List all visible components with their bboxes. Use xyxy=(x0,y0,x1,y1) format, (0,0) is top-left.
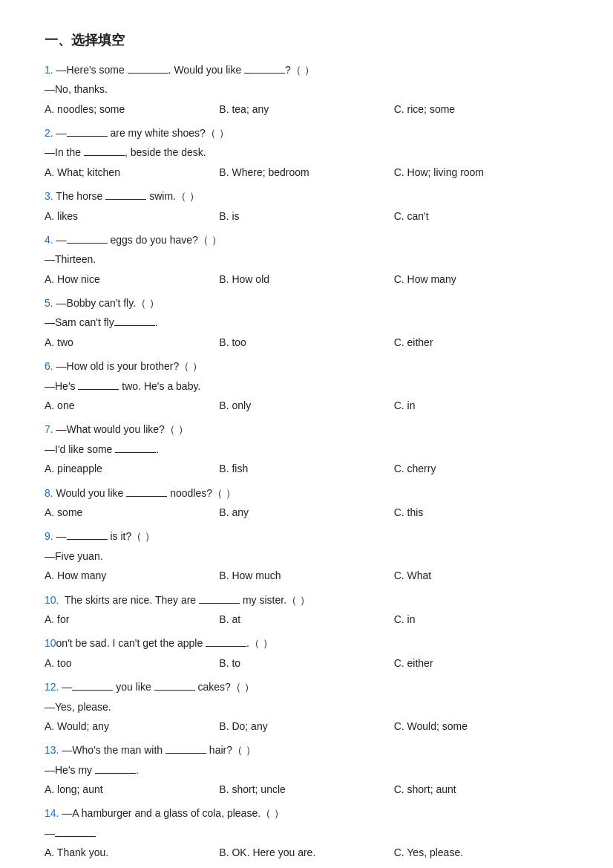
q10n-line1: on't be sad. I can't get the apple .（ ） xyxy=(56,637,273,649)
q10n-optA: A. too xyxy=(45,655,219,671)
q6-line1: —How old is your brother?（ ） xyxy=(56,360,203,372)
question-10: 10. The skirts are nice. They are my sis… xyxy=(45,592,568,628)
q1-optC: C. rice; some xyxy=(394,101,568,117)
q2-optC: C. How; living room xyxy=(394,164,568,180)
question-5: 5. —Bobby can't fly.（ ） —Sam can't fly. … xyxy=(45,295,568,350)
q13-line2: —He's my . xyxy=(45,762,568,778)
section-title: 一、选择填空 xyxy=(45,30,568,51)
q13-optC: C. short; aunt xyxy=(394,781,568,797)
q6-line2: —He's two. He's a baby. xyxy=(45,378,568,394)
q3-options: A. likes B. is C. can't xyxy=(45,208,568,224)
q1-line1: —Here's some . Would you like ?（ ） xyxy=(56,64,315,76)
question-7: 7. —What would you like?（ ） —I'd like so… xyxy=(45,421,568,477)
question-9: 9. — is it?（ ） —Five yuan. A. How many B… xyxy=(45,528,568,584)
q9-line1: — is it?（ ） xyxy=(56,530,156,542)
q4-optC: C. How many xyxy=(394,271,568,287)
q8-line1: Would you like noodles?（ ） xyxy=(56,487,236,499)
q13-optA: A. long; aunt xyxy=(45,781,219,797)
question-10n: 10on't be sad. I can't get the apple .（ … xyxy=(45,635,568,671)
q14-options: A. Thank you. B. OK. Here you are. C. Ye… xyxy=(45,844,568,861)
q6-optB: B. only xyxy=(219,397,393,414)
q9-options: A. How many B. How much C. What xyxy=(45,567,568,584)
q2-line2: —In the , beside the desk. xyxy=(45,144,568,160)
q7-optA: A. pineapple xyxy=(45,460,219,477)
q9-optA: A. How many xyxy=(45,567,219,584)
question-3: 3. The horse swim.（ ） A. likes B. is C. … xyxy=(45,188,568,224)
q7-optC: C. cherry xyxy=(394,460,568,477)
q5-options: A. two B. too C. either xyxy=(45,334,568,350)
q13-line1: —Who's the man with hair?（ ） xyxy=(62,744,256,756)
q5-optA: A. two xyxy=(45,334,219,350)
q10n-number: 10 xyxy=(45,637,56,649)
q10n-options: A. too B. to C. either xyxy=(45,655,568,671)
q7-line1: —What would you like?（ ） xyxy=(56,423,189,435)
q2-optA: A. What; kitchen xyxy=(45,164,219,180)
q13-number: 13. xyxy=(45,744,59,756)
q2-optB: B. Where; bedroom xyxy=(219,164,393,180)
question-12: 12. — you like cakes?（ ） —Yes, please. A… xyxy=(45,679,568,734)
question-1: 1. —Here's some . Would you like ?（ ） —N… xyxy=(45,62,568,117)
q9-optC: C. What xyxy=(394,567,568,584)
q5-number: 5. xyxy=(45,297,53,309)
q14-optB: B. OK. Here you are. xyxy=(219,844,393,861)
q14-optA: A. Thank you. xyxy=(45,844,219,861)
q8-options: A. some B. any C. this xyxy=(45,504,568,521)
q4-optA: A. How nice xyxy=(45,271,219,287)
q4-line1: — eggs do you have?（ ） xyxy=(56,234,222,246)
q8-optA: A. some xyxy=(45,504,219,521)
q7-number: 7. xyxy=(45,423,53,435)
q9-line2: —Five yuan. xyxy=(45,548,568,564)
q2-options: A. What; kitchen B. Where; bedroom C. Ho… xyxy=(45,164,568,180)
question-6: 6. —How old is your brother?（ ） —He's tw… xyxy=(45,358,568,414)
q1-options: A. noodles; some B. tea; any C. rice; so… xyxy=(45,101,568,117)
q13-options: A. long; aunt B. short; uncle C. short; … xyxy=(45,781,568,797)
q3-optB: B. is xyxy=(219,208,393,224)
q6-optC: C. in xyxy=(394,397,568,414)
q8-number: 8. xyxy=(45,487,53,499)
q14-number: 14. xyxy=(45,807,59,819)
q5-optC: C. either xyxy=(394,334,568,350)
q4-optB: B. How old xyxy=(219,271,393,287)
q4-number: 4. xyxy=(45,234,53,246)
q7-options: A. pineapple B. fish C. cherry xyxy=(45,460,568,477)
question-4: 4. — eggs do you have?（ ） —Thirteen. A. … xyxy=(45,232,568,287)
q12-line1: — you like cakes?（ ） xyxy=(62,681,254,693)
question-13: 13. —Who's the man with hair?（ ） —He's m… xyxy=(45,742,568,797)
q5-line2: —Sam can't fly. xyxy=(45,314,568,330)
q10-optC: C. in xyxy=(394,611,568,627)
q14-line1: —A hamburger and a glass of cola, please… xyxy=(62,807,284,819)
q4-line2: —Thirteen. xyxy=(45,251,568,267)
question-2: 2. — are my white shoes?（ ） —In the , be… xyxy=(45,125,568,180)
q4-options: A. How nice B. How old C. How many xyxy=(45,271,568,287)
q10n-optB: B. to xyxy=(219,655,393,671)
q3-optA: A. likes xyxy=(45,208,219,224)
q9-number: 9. xyxy=(45,530,53,542)
q10-line1: The skirts are nice. They are my sister.… xyxy=(62,594,310,606)
q1-number: 1. xyxy=(45,64,53,76)
q1-optA: A. noodles; some xyxy=(45,101,219,117)
q7-line2: —I'd like some . xyxy=(45,441,568,457)
q2-line1: — are my white shoes?（ ） xyxy=(56,127,229,139)
q2-number: 2. xyxy=(45,127,53,139)
q10-options: A. for B. at C. in xyxy=(45,611,568,627)
q10-number: 10. xyxy=(45,594,59,606)
q12-options: A. Would; any B. Do; any C. Would; some xyxy=(45,718,568,734)
q14-optC: C. Yes, please. xyxy=(394,844,568,861)
q1-line2: —No, thanks. xyxy=(45,81,568,97)
q10-optA: A. for xyxy=(45,611,219,627)
q12-optA: A. Would; any xyxy=(45,718,219,734)
q12-optC: C. Would; some xyxy=(394,718,568,734)
q6-optA: A. one xyxy=(45,397,219,414)
q10-optB: B. at xyxy=(219,611,393,627)
q12-number: 12. xyxy=(45,681,59,693)
q5-optB: B. too xyxy=(219,334,393,350)
q14-line2: — xyxy=(45,825,568,841)
q13-optB: B. short; uncle xyxy=(219,781,393,797)
q12-line2: —Yes, please. xyxy=(45,699,568,715)
question-14: 14. —A hamburger and a glass of cola, pl… xyxy=(45,805,568,861)
q3-optC: C. can't xyxy=(394,208,568,224)
q6-number: 6. xyxy=(45,360,53,372)
q3-line1: The horse swim.（ ） xyxy=(56,190,200,202)
q10n-optC: C. either xyxy=(394,655,568,671)
q8-optB: B. any xyxy=(219,504,393,521)
